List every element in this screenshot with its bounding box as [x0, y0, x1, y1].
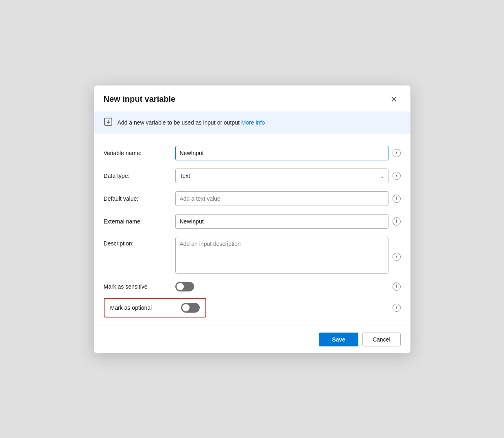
data-type-row: Data type: Text Number Boolean List Date…: [104, 169, 401, 183]
external-name-info-icon: i: [393, 217, 401, 226]
variable-name-label: Variable name:: [104, 150, 169, 156]
mark-sensitive-slider: [175, 282, 194, 291]
variable-name-row: Variable name: i: [104, 146, 401, 160]
cancel-button[interactable]: Cancel: [362, 333, 401, 346]
variable-name-field-wrap: i: [175, 146, 401, 160]
description-info-icon: i: [393, 253, 401, 261]
mark-sensitive-row: Mark as sensitive i: [104, 282, 401, 291]
default-value-input[interactable]: [175, 191, 388, 206]
description-row: Description: i: [104, 237, 401, 274]
mark-optional-label: Mark as optional: [110, 304, 175, 311]
dialog-body: Variable name: i Data type: Text Number …: [94, 134, 410, 326]
save-button[interactable]: Save: [319, 333, 358, 346]
mark-sensitive-label: Mark as sensitive: [104, 283, 169, 290]
variable-name-input[interactable]: [175, 146, 388, 160]
default-value-field-wrap: i: [175, 191, 401, 206]
mark-optional-slider: [181, 303, 200, 313]
mark-sensitive-info-icon: i: [393, 283, 401, 291]
data-type-select-wrap: Text Number Boolean List Datetime ⌄: [175, 169, 388, 183]
dialog-title: New input variable: [104, 94, 176, 104]
mark-optional-toggle[interactable]: [181, 303, 200, 313]
new-input-variable-dialog: New input variable ✕ Add a new variable …: [94, 85, 411, 353]
mark-sensitive-field-wrap: i: [175, 282, 401, 291]
external-name-row: External name: i: [104, 214, 401, 229]
info-banner: Add a new variable to be used as input o…: [94, 112, 410, 134]
external-name-input[interactable]: [175, 214, 388, 229]
download-icon: [104, 117, 113, 128]
external-name-field-wrap: i: [175, 214, 401, 229]
mark-optional-row: Mark as optional i: [104, 298, 401, 318]
banner-text: Add a new variable to be used as input o…: [118, 119, 265, 126]
default-value-info-icon: i: [393, 195, 401, 203]
external-name-label: External name:: [104, 218, 169, 225]
description-input[interactable]: [175, 237, 388, 274]
description-field-wrap: i: [175, 237, 401, 274]
default-value-row: Default value: i: [104, 191, 401, 206]
data-type-field-wrap: Text Number Boolean List Datetime ⌄ i: [175, 169, 401, 183]
dialog-footer: Save Cancel: [94, 326, 410, 353]
data-type-label: Data type:: [104, 173, 169, 179]
mark-sensitive-toggle[interactable]: [175, 282, 194, 291]
data-type-select[interactable]: Text Number Boolean List Datetime: [175, 169, 388, 183]
data-type-info-icon: i: [393, 172, 401, 180]
dialog-header: New input variable ✕: [94, 85, 410, 112]
more-info-link[interactable]: More info: [241, 119, 265, 126]
mark-optional-highlight: Mark as optional: [104, 298, 206, 318]
close-button[interactable]: ✕: [387, 94, 401, 105]
default-value-label: Default value:: [104, 195, 169, 202]
description-label: Description:: [104, 237, 169, 247]
variable-name-info-icon: i: [393, 149, 401, 157]
mark-optional-info-icon: i: [393, 304, 401, 312]
